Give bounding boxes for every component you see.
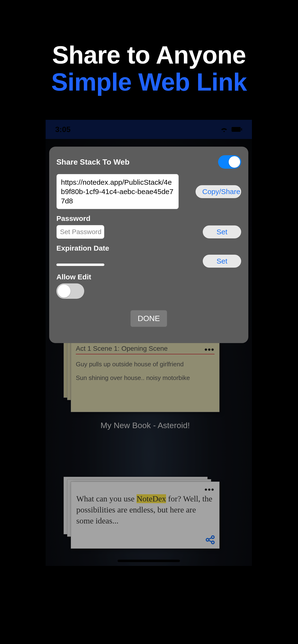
copy-share-button[interactable]: Copy/Share: [196, 185, 241, 198]
share-stack-modal: Share Stack To Web https://notedex.app/P…: [49, 146, 248, 343]
password-set-button[interactable]: Set: [203, 226, 241, 238]
expiration-date-field[interactable]: [56, 264, 104, 266]
share-enable-toggle[interactable]: [218, 155, 241, 169]
phone-frame: Act 1 Scene 1: Opening Scene ••• Guy pul…: [46, 120, 252, 566]
password-label: Password: [56, 214, 241, 222]
done-button[interactable]: DONE: [130, 310, 167, 327]
expiration-label: Expiration Date: [56, 244, 241, 252]
modal-title: Share Stack To Web: [56, 158, 129, 166]
allow-edit-toggle[interactable]: [56, 284, 84, 299]
promo-line-2: Simple Web Link: [0, 68, 298, 96]
allow-edit-label: Allow Edit: [56, 273, 241, 281]
promo-headline: Share to Anyone Simple Web Link: [0, 41, 298, 96]
promo-line-1: Share to Anyone: [0, 41, 298, 69]
toggle-knob: [58, 284, 71, 298]
toggle-knob: [229, 156, 240, 168]
expiration-set-button[interactable]: Set: [203, 255, 241, 268]
share-url-field[interactable]: https://notedex.app/PublicStack/4eb9f80b…: [56, 174, 179, 209]
password-input[interactable]: Set Password: [56, 225, 104, 239]
home-indicator[interactable]: [117, 560, 180, 562]
